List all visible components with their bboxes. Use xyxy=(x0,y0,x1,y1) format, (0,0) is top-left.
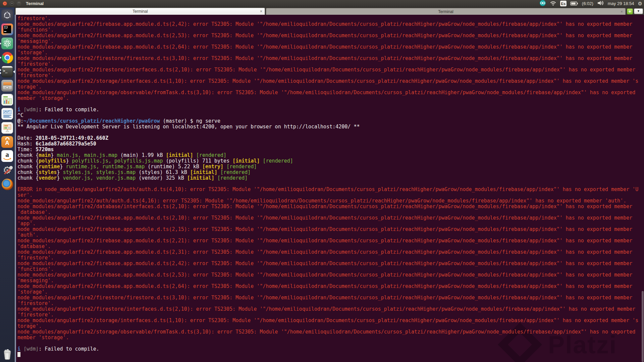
terminal-line: Date: 2018-05-29T21:49:02.660Z xyxy=(17,135,640,141)
scrollbar-thumb[interactable] xyxy=(642,291,644,362)
trash-icon xyxy=(2,348,12,361)
terminal-line: node_modules/angularfire2/firebase.app.m… xyxy=(17,227,640,238)
session-menu-gear-icon[interactable]: ⚙ xyxy=(638,1,642,6)
terminal-line: node_modules/angularfire2/database/inter… xyxy=(17,204,640,215)
terminal-line: Time: 5720ms xyxy=(17,147,640,153)
dock-item-intellij-idea[interactable]: IJ xyxy=(1,23,13,36)
libreoffice-calc-icon xyxy=(1,94,13,106)
terminal-line: node_modules/angularfire2/storage/interf… xyxy=(17,78,640,90)
terminal-line: node_modules/angularfire2/storage/interf… xyxy=(17,318,640,329)
terminal-line xyxy=(17,341,640,346)
running-indicator-arrow xyxy=(0,72,1,74)
terminal-output: firestore'.node_modules/angularfire2/fir… xyxy=(15,15,644,358)
ubuntu-dash-icon xyxy=(1,9,13,21)
terminal-line: node_modules/angularfire2/storage/observ… xyxy=(17,90,640,101)
terminal-line: i ⌈wdm⌋: Failed to compile. xyxy=(17,107,640,113)
running-indicator-arrow xyxy=(0,69,1,71)
dock-item-amazon[interactable]: a xyxy=(1,150,13,162)
window-title: Terminal xyxy=(26,1,44,6)
tab-label: Terminal xyxy=(438,9,453,14)
focused-indicator-arrow xyxy=(13,70,15,73)
close-window-button[interactable]: × xyxy=(3,1,7,6)
libreoffice-writer-icon xyxy=(1,108,13,120)
dock-item-file-archiver[interactable] xyxy=(1,79,13,92)
terminal-line: node_modules/angularfire2/firebase.app.m… xyxy=(17,44,640,56)
terminal-line: node_modules/angularfire2/firebase.app.m… xyxy=(17,272,640,284)
ubuntu-software-icon: A xyxy=(1,136,13,148)
terminal-line: node_modules/angularfire2/firestore/inte… xyxy=(17,306,640,318)
dock-item-libreoffice-impress[interactable] xyxy=(1,122,13,134)
terminal-line: i ⌈wdm⌋: Failed to compile. xyxy=(17,346,640,352)
terminal-line: ERROR in node_modules/angularfire2/auth/… xyxy=(17,187,640,198)
clock[interactable]: may 29 18:54 xyxy=(608,1,634,6)
terminal-line xyxy=(17,130,640,135)
terminal-line: chunk {vendor} vendor.js, vendor.js.map … xyxy=(17,175,640,181)
terminal-line: chunk {runtime} runtime.js, runtime.js.m… xyxy=(17,164,640,170)
maximize-window-button[interactable]: □ xyxy=(17,1,21,6)
tab-close-icon[interactable]: × xyxy=(260,9,262,13)
intellij-idea-icon: IJ xyxy=(1,23,13,35)
volume-icon[interactable] xyxy=(597,0,604,7)
dock-item-google-chrome[interactable] xyxy=(1,51,13,64)
terminal-line: firestore'. xyxy=(17,16,640,21)
terminal-window: Terminal × Terminal × + ▼ Platzi firesto… xyxy=(15,7,644,362)
webcam-indicator-icon[interactable] xyxy=(539,0,546,7)
terminal-icon: >_ xyxy=(1,66,13,77)
terminal-line: node_modules/angularfire2/firebase.app.m… xyxy=(17,261,640,272)
tab-close-icon[interactable]: × xyxy=(621,10,623,14)
window-buttons: × – □ xyxy=(0,1,21,6)
terminal-line: chunk {styles} styles.js, styles.js.map … xyxy=(17,170,640,175)
terminal-cursor xyxy=(17,352,20,357)
tab-terminal-inactive[interactable]: Terminal × xyxy=(266,8,626,15)
terminal-line: @:~/Documents/cursos_platzi/reachHigher/… xyxy=(17,118,640,124)
system-settings-icon: ⚙ xyxy=(1,164,13,176)
dock-item-system-settings[interactable]: ⚙ xyxy=(1,164,13,176)
tab-bar: Terminal × Terminal × + ▼ xyxy=(15,7,644,15)
tab-list-dropdown-button[interactable]: ▼ xyxy=(634,8,643,14)
terminal-line xyxy=(17,181,640,187)
running-indicator-arrow xyxy=(0,56,1,59)
minimize-window-button[interactable]: – xyxy=(10,1,14,6)
dock-item-atom[interactable] xyxy=(1,37,13,50)
dock-item-terminal[interactable]: >_ xyxy=(1,65,13,78)
atom-icon xyxy=(1,38,13,49)
terminal-line xyxy=(17,352,640,358)
system-tray: Es (6:02) may 29 18:54 ⚙ xyxy=(539,0,644,7)
terminal-line: chunk {main} main.js, main.js.map (main)… xyxy=(17,153,640,158)
dock-item-trash[interactable] xyxy=(1,349,13,361)
terminal-line: node_modules/angularfire2/firestore/fire… xyxy=(17,295,640,306)
amazon-icon: a xyxy=(1,150,13,162)
unity-launcher: IJ>_Aa⚙ xyxy=(0,7,15,362)
terminal-line: node_modules/angularfire2/firebase.app.m… xyxy=(17,33,640,44)
terminal-line: node_modules/angularfire2/firebase.app.m… xyxy=(17,238,640,249)
terminal-line: node_modules/angularfire2/firebase.app.m… xyxy=(17,21,640,33)
dock-item-ubuntu-dash[interactable] xyxy=(1,9,13,21)
battery-time: (6:02) xyxy=(582,1,593,6)
terminal-line: ** Angular Live Development Server is li… xyxy=(17,124,640,130)
terminal-line: node_modules/angularfire2/firebase.app.m… xyxy=(17,249,640,261)
terminal-line: ^C xyxy=(17,113,640,118)
libreoffice-impress-icon xyxy=(1,122,13,134)
terminal-line: node_modules/angularfire2/firestore/fire… xyxy=(17,56,640,67)
chevron-down-icon: ▼ xyxy=(637,9,640,13)
terminal-line: Hash: 6c1ada87a668279a5e50 xyxy=(17,141,640,147)
terminal-line: node_modules/angularfire2/firebase.app.m… xyxy=(17,284,640,295)
terminal-line: chunk {polyfills} polyfills.js, polyfill… xyxy=(17,158,640,164)
terminal-line xyxy=(17,101,640,107)
file-archiver-icon xyxy=(1,80,13,92)
dock-item-firefox[interactable] xyxy=(1,178,13,190)
keyboard-layout-indicator[interactable]: Es xyxy=(560,1,567,6)
battery-icon[interactable] xyxy=(570,1,578,6)
google-chrome-icon xyxy=(2,52,13,63)
dock-item-libreoffice-calc[interactable] xyxy=(1,94,13,106)
terminal-line: node_modules/angularfire2/storage/observ… xyxy=(17,329,640,341)
firefox-icon xyxy=(2,179,13,190)
network-wifi-icon[interactable] xyxy=(550,0,556,7)
dock-item-ubuntu-software[interactable]: A xyxy=(1,136,13,148)
terminal-line: node_modules/angularfire2/firebase.app.m… xyxy=(17,215,640,227)
dock-item-libreoffice-writer[interactable] xyxy=(1,108,13,120)
tab-terminal-active[interactable]: Terminal × xyxy=(15,8,265,15)
terminal-line: node_modules/angularfire2/auth/auth.d.ts… xyxy=(17,198,640,204)
new-tab-button[interactable]: + xyxy=(627,8,633,14)
running-indicator-arrow xyxy=(0,42,1,45)
